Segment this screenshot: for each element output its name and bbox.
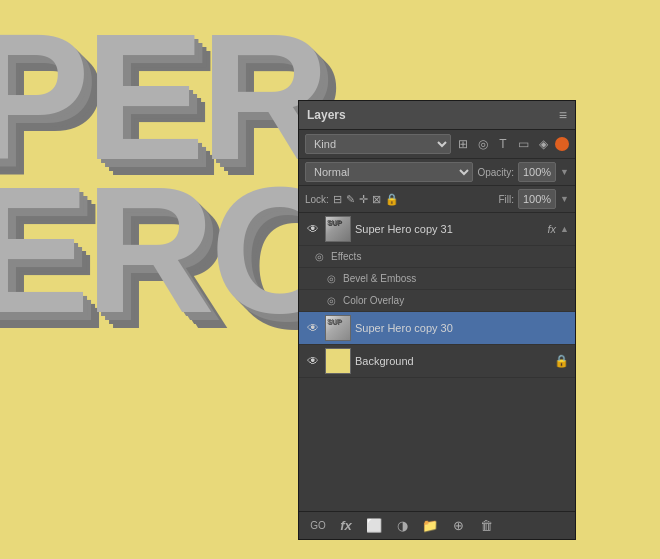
layer-thumbnail: [325, 315, 351, 341]
fill-arrow-icon[interactable]: ▼: [560, 194, 569, 204]
expand-collapse-icon[interactable]: ▲: [560, 224, 569, 234]
blend-mode-row: Normal Opacity: ▼: [299, 159, 575, 186]
layer-name: Background: [355, 355, 550, 367]
lock-transparent-icon[interactable]: ⊟: [333, 193, 342, 206]
lock-image-icon[interactable]: ✎: [346, 193, 355, 206]
layer-row[interactable]: 👁 Super Hero copy 31 fx ▲: [299, 213, 575, 246]
filter-shape-icon[interactable]: ▭: [515, 137, 531, 151]
color-overlay-eye-icon: ◎: [327, 295, 339, 306]
effects-label: Effects: [331, 251, 361, 262]
new-folder-button[interactable]: 📁: [419, 518, 441, 533]
color-overlay-label: Color Overlay: [343, 295, 404, 306]
color-overlay-row[interactable]: ◎ Color Overlay: [299, 290, 575, 312]
layer-name: Super Hero copy 31: [355, 223, 544, 235]
delete-layer-button[interactable]: 🗑: [475, 518, 497, 533]
lock-move-icon[interactable]: ✛: [359, 193, 368, 206]
lock-all-icon[interactable]: 🔒: [385, 193, 399, 206]
layer-row[interactable]: 👁 Super Hero copy 30: [299, 312, 575, 345]
opacity-label: Opacity:: [477, 167, 514, 178]
bevel-emboss-label: Bevel & Emboss: [343, 273, 416, 284]
filter-active-indicator[interactable]: [555, 137, 569, 151]
opacity-arrow-icon[interactable]: ▼: [560, 167, 569, 177]
bevel-eye-icon: ◎: [327, 273, 339, 284]
filter-adjust-icon[interactable]: ◎: [475, 137, 491, 151]
lock-icons-group: ⊟ ✎ ✛ ⊠ 🔒: [333, 193, 399, 206]
bevel-emboss-row[interactable]: ◎ Bevel & Emboss: [299, 268, 575, 290]
effects-group-row[interactable]: ◎ Effects: [299, 246, 575, 268]
lock-row: Lock: ⊟ ✎ ✛ ⊠ 🔒 Fill: ▼: [299, 186, 575, 213]
visibility-toggle-icon[interactable]: 👁: [305, 321, 321, 335]
panel-title: Layers: [307, 108, 346, 122]
lock-label: Lock:: [305, 194, 329, 205]
filter-image-icon[interactable]: ⊞: [455, 137, 471, 151]
fill-input[interactable]: [518, 189, 556, 209]
new-layer-button[interactable]: ⊕: [447, 518, 469, 533]
fill-label: Fill:: [499, 194, 515, 205]
layer-fx-badge: fx: [548, 223, 557, 235]
layer-thumbnail: [325, 216, 351, 242]
layer-thumbnail: [325, 348, 351, 374]
lock-artboard-icon[interactable]: ⊠: [372, 193, 381, 206]
effects-eye-icon: ◎: [315, 251, 327, 262]
panel-footer: GO fx ⬜ ◑ 📁 ⊕ 🗑: [299, 511, 575, 539]
layers-panel: Layers ≡ Kind ⊞ ◎ T ▭ ◈ Normal Opacity: …: [298, 100, 576, 540]
layer-name: Super Hero copy 30: [355, 322, 569, 334]
layer-row[interactable]: 👁 Background 🔒: [299, 345, 575, 378]
canvas-3d-text: PER ERO: [0, 20, 345, 326]
link-layers-button[interactable]: GO: [307, 520, 329, 531]
layer-fx-button[interactable]: fx: [335, 518, 357, 533]
blend-mode-select[interactable]: Normal: [305, 162, 473, 182]
filter-type-icon[interactable]: T: [495, 137, 511, 151]
visibility-toggle-icon[interactable]: 👁: [305, 222, 321, 236]
filter-kind-select[interactable]: Kind: [305, 134, 451, 154]
filter-icon-group: ⊞ ◎ T ▭ ◈: [455, 137, 569, 151]
visibility-toggle-icon[interactable]: 👁: [305, 354, 321, 368]
panel-menu-button[interactable]: ≡: [559, 107, 567, 123]
background-lock-icon: 🔒: [554, 354, 569, 368]
layers-list: 👁 Super Hero copy 31 fx ▲ ◎ Effects ◎ Be…: [299, 213, 575, 511]
panel-header: Layers ≡: [299, 101, 575, 130]
filter-row: Kind ⊞ ◎ T ▭ ◈: [299, 130, 575, 159]
new-mask-button[interactable]: ⬜: [363, 518, 385, 533]
opacity-input[interactable]: [518, 162, 556, 182]
new-adjustment-button[interactable]: ◑: [391, 518, 413, 533]
filter-smart-icon[interactable]: ◈: [535, 137, 551, 151]
